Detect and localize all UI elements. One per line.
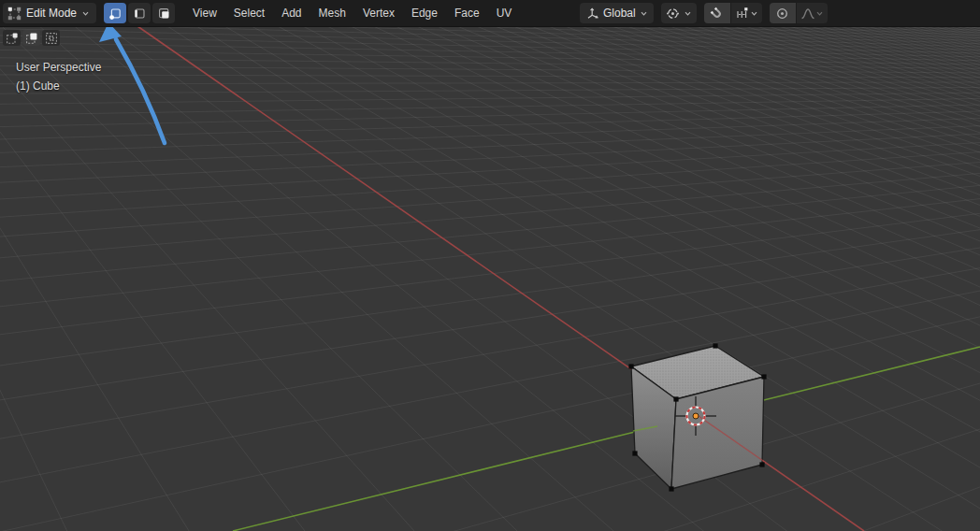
- vertex-dot: [669, 486, 673, 491]
- menu-mesh[interactable]: Mesh: [310, 0, 354, 26]
- chevron-down-icon: [81, 9, 90, 18]
- magnet-icon: [710, 7, 724, 21]
- vertex-dot: [628, 364, 633, 368]
- orientation-global-icon: [585, 7, 599, 21]
- snap-settings-dropdown[interactable]: [731, 3, 762, 23]
- mode-selector-label: Edit Mode: [26, 7, 77, 20]
- edge-select-icon: [133, 7, 147, 21]
- snap-increment-icon: [735, 7, 750, 21]
- menu-vertex[interactable]: Vertex: [354, 0, 403, 26]
- chevron-down-icon: [750, 9, 758, 18]
- menu-face[interactable]: Face: [446, 0, 488, 26]
- select-tool-mode-row: [3, 30, 60, 46]
- select-mode-subtract-button[interactable]: [42, 30, 60, 46]
- menu-uv[interactable]: UV: [488, 0, 521, 26]
- vertex-dot: [673, 396, 678, 401]
- vertex-dot: [632, 451, 637, 455]
- proportional-edit-icon: [775, 7, 789, 21]
- transform-orientation-dropdown[interactable]: Global: [580, 3, 654, 23]
- header-right-controls: Global: [580, 0, 828, 26]
- menu-view[interactable]: View: [184, 0, 225, 26]
- face-select-mode-button[interactable]: [152, 3, 175, 23]
- edge-select-mode-button[interactable]: [128, 3, 151, 23]
- face-select-icon: [157, 7, 171, 21]
- vertex-dot: [761, 374, 766, 379]
- chevron-down-icon: [640, 9, 648, 18]
- orientation-label: Global: [603, 7, 636, 20]
- snap-group: [704, 3, 762, 23]
- menu-edge[interactable]: Edge: [403, 0, 446, 26]
- proportional-edit-toggle[interactable]: [770, 3, 796, 23]
- chevron-down-icon: [684, 9, 692, 18]
- mesh-select-mode-group: [104, 3, 175, 23]
- select-extend-icon: [25, 32, 38, 45]
- blender-window: Edit Mode: [0, 0, 980, 531]
- select-mode-extend-button[interactable]: [22, 30, 40, 46]
- select-new-icon: [6, 32, 19, 45]
- 3d-viewport[interactable]: [0, 0, 980, 531]
- mode-selector-dropdown[interactable]: Edit Mode: [3, 3, 96, 23]
- viewport-header: Edit Mode: [0, 0, 980, 26]
- edit-mode-icon: [7, 7, 22, 21]
- vertex-dot: [713, 343, 717, 348]
- menu-select[interactable]: Select: [225, 0, 273, 26]
- chevron-down-icon: [815, 9, 824, 18]
- pivot-point-icon: [666, 7, 680, 21]
- proportional-falloff-dropdown[interactable]: [797, 3, 828, 23]
- vertex-dot: [759, 462, 764, 466]
- falloff-curve-icon: [800, 7, 815, 21]
- proportional-edit-group: [770, 3, 828, 23]
- menu-add[interactable]: Add: [273, 0, 310, 26]
- vertex-select-mode-button[interactable]: [104, 3, 126, 23]
- select-mode-new-button[interactable]: [3, 30, 21, 46]
- select-subtract-icon: [45, 32, 58, 45]
- snap-toggle-button[interactable]: [704, 3, 730, 23]
- viewport-menu-bar: View Select Add Mesh Vertex Edge Face UV: [184, 0, 520, 26]
- vertex-select-icon: [108, 7, 122, 21]
- pivot-point-dropdown[interactable]: [661, 3, 697, 23]
